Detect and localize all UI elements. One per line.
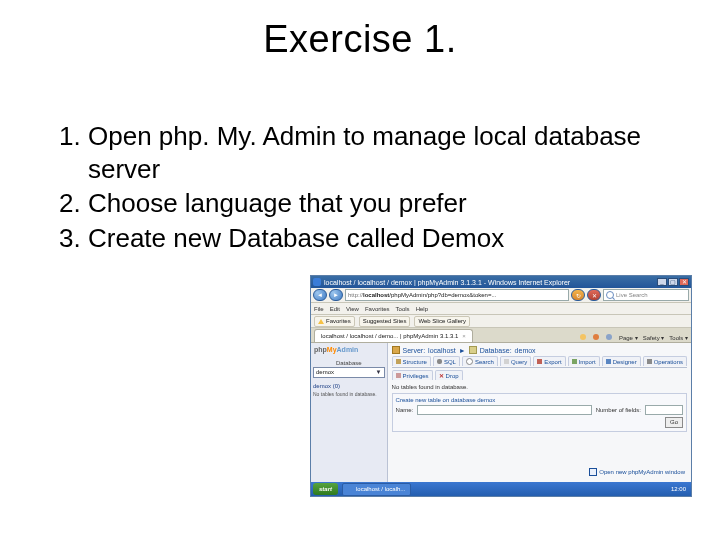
back-button[interactable]: ◄: [313, 289, 327, 301]
menu-view[interactable]: View: [346, 306, 359, 312]
tab-close-icon[interactable]: ×: [462, 333, 466, 339]
database-selected: demox: [316, 368, 334, 377]
search-icon: [606, 291, 614, 299]
forward-button[interactable]: ►: [329, 289, 343, 301]
start-label: start: [319, 486, 332, 492]
fields-label: Number of fields:: [596, 407, 641, 413]
favorites-button[interactable]: Favorites: [314, 316, 355, 327]
tools-menu[interactable]: Tools ▾: [669, 334, 688, 341]
tab-structure[interactable]: Structure: [392, 356, 431, 366]
breadcrumb: Server: localhost ► Database: demox: [392, 346, 687, 354]
minimize-button[interactable]: _: [657, 278, 667, 286]
browser-tabs: localhost / localhost / demo... | phpMyA…: [311, 328, 691, 343]
pma-logo: phpMyAdmin: [313, 345, 385, 356]
name-label: Name:: [396, 407, 414, 413]
go-button[interactable]: Go: [665, 417, 683, 428]
stop-button[interactable]: ✕: [587, 289, 601, 301]
drop-icon: ✕: [439, 372, 444, 379]
open-new-window-link[interactable]: Open new phpMyAdmin window: [589, 468, 685, 476]
tab-privileges[interactable]: Privileges: [392, 370, 433, 380]
instruction-item: Create new Database called Demox: [88, 222, 680, 255]
tab-export[interactable]: Export: [533, 356, 565, 366]
instruction-list: Open php. My. Admin to manage local data…: [48, 120, 680, 256]
slide-title: Exercise 1.: [0, 18, 720, 61]
close-button[interactable]: ✕: [679, 278, 689, 286]
name-input[interactable]: [417, 405, 591, 415]
pma-sidebar: phpMyAdmin Database demox ▼ demox (0) No…: [311, 343, 388, 483]
browser-tab[interactable]: localhost / localhost / demo... | phpMyA…: [314, 329, 473, 342]
feeds-icon[interactable]: [593, 334, 599, 340]
tab-label: localhost / localhost / demo... | phpMyA…: [321, 333, 458, 339]
sql-icon: [437, 359, 442, 364]
database-icon: [469, 346, 477, 354]
bc-sep: ►: [459, 347, 466, 354]
tab-import[interactable]: Import: [568, 356, 600, 366]
tray-clock: 12:00: [671, 486, 686, 492]
bc-db-label: Database:: [480, 347, 512, 354]
star-icon: [318, 319, 324, 324]
pma-tabs: Structure SQL Search Query Export Import…: [392, 356, 687, 368]
start-button[interactable]: start: [313, 483, 338, 495]
menu-tools[interactable]: Tools: [396, 306, 410, 312]
web-slice-button[interactable]: Web Slice Gallery: [414, 316, 470, 327]
slide: Exercise 1. Open php. My. Admin to manag…: [0, 0, 720, 540]
mail-icon[interactable]: [606, 334, 612, 340]
window-title: localhost / localhost / demox | phpMyAdm…: [324, 279, 657, 286]
url-host: localhost: [363, 292, 389, 298]
menu-favorites[interactable]: Favorites: [365, 306, 390, 312]
url-protocol: http://: [348, 292, 363, 298]
ie-small-icon: [348, 486, 354, 492]
suggested-sites-button[interactable]: Suggested Sites: [359, 316, 411, 327]
safety-menu[interactable]: Safety ▾: [643, 334, 665, 341]
tab-sql[interactable]: SQL: [433, 356, 460, 366]
tab-operations[interactable]: Operations: [643, 356, 687, 366]
database-select[interactable]: demox ▼: [313, 367, 385, 378]
create-table-fieldset: Create new table on database demox Name:…: [392, 393, 687, 432]
server-icon: [392, 346, 400, 354]
tab-designer[interactable]: Designer: [602, 356, 641, 366]
instruction-item: Open php. My. Admin to manage local data…: [88, 120, 680, 185]
tab-drop[interactable]: ✕Drop: [435, 370, 463, 380]
browser-nav: ◄ ► http://localhost/phpMyAdmin/php?db=d…: [311, 288, 691, 303]
search-input[interactable]: Live Search: [603, 289, 689, 301]
no-tables-msg: No tables found in database.: [392, 384, 687, 390]
windows-taskbar: start localhost / localh... 12:00: [311, 482, 691, 496]
import-icon: [572, 359, 577, 364]
favorites-bar: Favorites Suggested Sites Web Slice Gall…: [311, 315, 691, 328]
query-icon: [504, 359, 509, 364]
browser-menu: File Edit View Favorites Tools Help: [311, 303, 691, 315]
url-path: /phpMyAdmin/php?db=demox&token=...: [389, 292, 496, 298]
search-tab-icon: [466, 358, 473, 365]
bc-db-value[interactable]: demox: [515, 347, 536, 354]
page-tools: Page ▾ Safety ▾ Tools ▾: [580, 334, 688, 342]
refresh-button[interactable]: ↻: [571, 289, 585, 301]
maximize-button[interactable]: ▢: [668, 278, 678, 286]
bc-server-value[interactable]: localhost: [428, 347, 456, 354]
structure-icon: [396, 359, 401, 364]
menu-edit[interactable]: Edit: [330, 306, 340, 312]
bc-server-label: Server:: [403, 347, 426, 354]
ie-icon: [313, 278, 321, 286]
tab-search[interactable]: Search: [462, 356, 498, 366]
tab-query[interactable]: Query: [500, 356, 531, 366]
instruction-item: Choose language that you prefer: [88, 187, 680, 220]
operations-icon: [647, 359, 652, 364]
taskbar-item[interactable]: localhost / localh...: [342, 483, 411, 496]
chevron-down-icon: ▼: [376, 368, 382, 377]
phpmyadmin-content: phpMyAdmin Database demox ▼ demox (0) No…: [311, 343, 691, 483]
page-menu[interactable]: Page ▾: [619, 334, 638, 341]
export-icon: [537, 359, 542, 364]
address-bar[interactable]: http://localhost/phpMyAdmin/php?db=demox…: [345, 289, 569, 301]
home-icon[interactable]: [580, 334, 586, 340]
pma-tabs-row2: Privileges ✕Drop: [392, 370, 687, 381]
new-window-icon: [589, 468, 597, 476]
menu-file[interactable]: File: [314, 306, 324, 312]
pma-main: Server: localhost ► Database: demox Stru…: [388, 343, 691, 483]
privileges-icon: [396, 373, 401, 378]
sidebar-db-entry[interactable]: demox (0): [313, 383, 385, 389]
system-tray: 12:00: [671, 486, 689, 492]
fields-input[interactable]: [645, 405, 683, 415]
search-placeholder: Live Search: [616, 292, 648, 298]
menu-help[interactable]: Help: [416, 306, 428, 312]
sidebar-note: No tables found in database.: [313, 391, 385, 397]
